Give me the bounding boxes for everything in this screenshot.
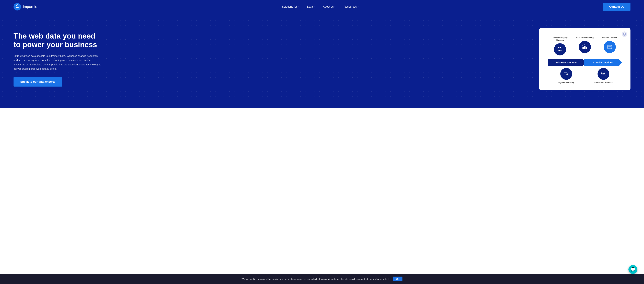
svg-rect-14	[608, 46, 611, 46]
diagram-card: Search/Category Ranking Best Seller Rank…	[539, 28, 630, 90]
nav-solutions[interactable]: Solutions for ▾	[282, 5, 299, 8]
nav-data[interactable]: Data ▾	[307, 5, 314, 8]
diagram-item-bestseller: Best Seller Ranking 1 2 3	[576, 36, 594, 56]
cta-button[interactable]: Speak to our data experts	[14, 77, 62, 86]
nav-about[interactable]: About us ▾	[323, 5, 335, 8]
product-content-label: Product Content	[602, 36, 617, 39]
svg-point-3	[623, 33, 626, 36]
logo-icon	[14, 3, 21, 10]
svg-line-6	[561, 50, 562, 52]
search-category-label: Search/Category Ranking	[551, 36, 569, 42]
svg-point-2	[17, 5, 18, 6]
discover-products-arrow: Discover Products	[548, 59, 586, 66]
diagram-item-product-content: Product Content	[600, 36, 619, 56]
hero-content: The web data you need to power your busi…	[14, 32, 102, 86]
hero-description: Extracting web data at scale is extremel…	[14, 54, 102, 71]
diagram-item-digital-advertising: ADS Digital Advertising	[556, 68, 576, 84]
svg-text:ADS: ADS	[565, 74, 568, 75]
svg-text:3: 3	[586, 46, 586, 47]
bestseller-icon: 1 2 3	[579, 41, 591, 53]
chevron-down-icon: ▾	[314, 6, 314, 8]
svg-rect-8	[584, 46, 586, 49]
digital-advertising-label: Digital Advertising	[558, 82, 574, 84]
logo-text: import.io	[23, 4, 37, 9]
sponsored-products-icon: $	[598, 68, 609, 80]
white-section	[0, 108, 644, 142]
search-category-icon	[554, 43, 566, 56]
hero-title: The web data you need to power your busi…	[14, 32, 102, 49]
logo[interactable]: import.io	[14, 3, 37, 10]
digital-advertising-icon: ADS	[560, 68, 572, 80]
svg-text:1: 1	[582, 45, 583, 46]
svg-point-5	[558, 47, 561, 50]
svg-point-0	[14, 3, 21, 10]
svg-rect-7	[582, 47, 584, 49]
consider-options-arrow: Consider Options	[584, 59, 622, 66]
svg-line-22	[604, 74, 606, 76]
chevron-down-icon: ▾	[334, 6, 335, 8]
diagram-item-sponsored-products: $ Sponsored Products	[593, 68, 614, 84]
svg-text:$: $	[602, 73, 603, 74]
bestseller-label: Best Seller Ranking	[576, 36, 594, 39]
diagram-bottom-row: ADS Digital Advertising $	[548, 68, 622, 84]
svg-point-4	[624, 33, 625, 34]
contact-us-button[interactable]: Contact Us	[603, 3, 630, 11]
chevron-down-icon: ▾	[358, 6, 358, 8]
svg-line-18	[567, 73, 568, 74]
hero-section: The web data you need to power your busi…	[0, 14, 644, 108]
diagram-arrow-row: Discover Products Consider Options	[548, 59, 622, 66]
diagram-logo-icon	[622, 32, 627, 37]
svg-text:2: 2	[584, 44, 585, 46]
nav-resources[interactable]: Resources ▾	[344, 5, 358, 8]
diagram-top-row: Search/Category Ranking Best Seller Rank…	[548, 35, 622, 56]
product-content-icon	[604, 41, 616, 53]
svg-rect-9	[586, 47, 587, 49]
sponsored-products-label: Sponsored Products	[594, 82, 612, 84]
chevron-down-icon: ▾	[298, 6, 299, 8]
navbar: import.io Solutions for ▾ Data ▾ About u…	[0, 0, 644, 14]
nav-links: Solutions for ▾ Data ▾ About us ▾ Resour…	[282, 5, 358, 8]
diagram-item-search: Search/Category Ranking	[551, 36, 569, 56]
svg-rect-15	[608, 47, 610, 47]
